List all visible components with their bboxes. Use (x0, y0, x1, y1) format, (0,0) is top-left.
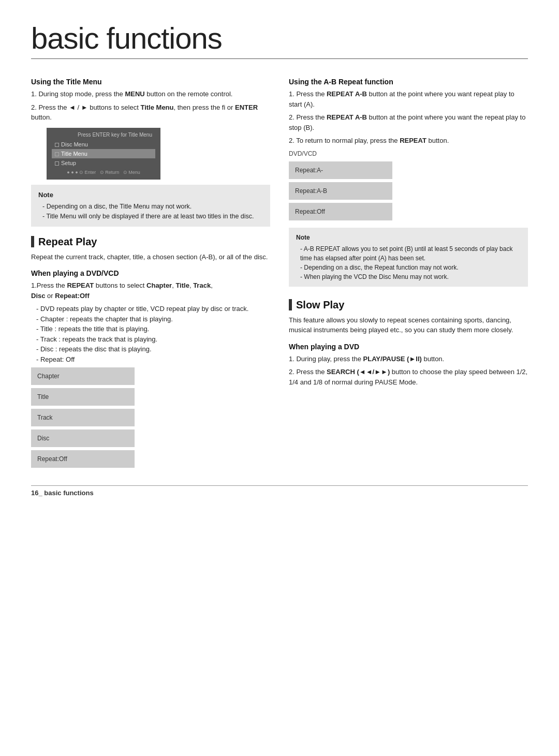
right-column: Using the A-B Repeat function 1. Press t… (289, 70, 528, 471)
repeat-track: Track (31, 409, 135, 426)
menu-top-label: Press ENTER key for Title Menu (52, 132, 155, 138)
repeat-play-title: Repeat Play (38, 236, 97, 248)
ab-repeat-list: Repeat:A- Repeat:A-B Repeat:Off (289, 161, 528, 220)
title-menu-step1: 1. During stop mode, press the MENU butt… (31, 89, 270, 99)
repeat-menu-list: Chapter Title Track Disc Repeat:Off (31, 367, 270, 468)
repeat-a: Repeat:A- (289, 161, 392, 179)
repeat-title: Title (31, 388, 135, 406)
slow-play-step1: 1. During play, press the PLAY/PAUSE (►I… (289, 354, 528, 364)
bullet-title: Title : repeats the title that is playin… (36, 324, 270, 334)
dvdvcd-label: DVD/VCD (289, 149, 528, 158)
title-menu-section: Using the Title Menu 1. During stop mode… (31, 78, 270, 227)
dvd-vcd-heading: When playing a DVD/VCD (31, 269, 270, 277)
repeat-off-ab: Repeat:Off (289, 203, 392, 220)
slow-play-bar-icon (289, 299, 292, 310)
dvd-menu-image: Press ENTER key for Title Menu Disc Menu… (47, 128, 160, 180)
left-column: Using the Title Menu 1. During stop mode… (31, 70, 270, 471)
ab-note-1: A-B REPEAT allows you to set point (B) u… (300, 244, 521, 263)
page-title: basic functions (31, 21, 528, 59)
ab-repeat-section: Using the A-B Repeat function 1. Press t… (289, 78, 528, 287)
slow-play-description: This feature allows you slowly to repeat… (289, 315, 528, 335)
ab-step3: 2. To return to normal play, press the R… (289, 136, 528, 146)
bullet-dvd-vcd: DVD repeats play by chapter or title, VC… (36, 304, 270, 314)
title-menu-heading: Using the Title Menu (31, 78, 270, 86)
ab-step1: 1. Press the REPEAT A-B button at the po… (289, 89, 528, 109)
menu-setup: Setup (52, 158, 155, 168)
note-list: Depending on a disc, the Title Menu may … (38, 202, 263, 221)
setup-icon (55, 161, 59, 166)
note-item-2: Title Menu will only be displayed if the… (42, 212, 263, 221)
title-icon (55, 152, 59, 156)
section-bar-icon (31, 236, 34, 247)
repeat-disc: Disc (31, 429, 135, 447)
dvd-vcd-section: When playing a DVD/VCD 1.Press the REPEA… (31, 269, 270, 468)
note-title: Note (38, 190, 263, 200)
dvd-vcd-bullets: DVD repeats play by chapter or title, VC… (31, 304, 270, 364)
ab-note-list: A-B REPEAT allows you to set point (B) u… (296, 244, 521, 281)
repeat-chapter: Chapter (31, 367, 135, 385)
slow-play-section: Slow Play This feature allows you slowly… (289, 299, 528, 388)
disc-icon (55, 143, 59, 147)
ab-step2: 2. Press the REPEAT A-B button at the po… (289, 112, 528, 132)
dvd-vcd-step1: 1.Press the REPEAT buttons to select Cha… (31, 280, 270, 301)
menu-title: Title Menu (52, 149, 155, 158)
repeat-ab: Repeat:A-B (289, 182, 392, 200)
slow-play-dvd: When playing a DVD 1. During play, press… (289, 343, 528, 388)
menu-disc: Disc Menu (52, 140, 155, 149)
slow-play-dvd-heading: When playing a DVD (289, 343, 528, 351)
note-item-1: Depending on a disc, the Title Menu may … (42, 202, 263, 212)
ab-note-2: Depending on a disc, the Repeat function… (300, 263, 521, 272)
bullet-disc: Disc : repeats the disc that is playing. (36, 344, 270, 354)
slow-play-step2: 2. Press the SEARCH (◄◄/►►) button to ch… (289, 367, 528, 387)
slow-play-section-heading: Slow Play (289, 299, 528, 311)
ab-note-3: When playing the VCD the Disc Menu may n… (300, 272, 521, 281)
page-footer: 16_ basic functions (31, 485, 528, 497)
title-menu-note: Note Depending on a disc, the Title Menu… (31, 185, 270, 227)
ab-repeat-heading: Using the A-B Repeat function (289, 78, 528, 86)
ab-note-title: Note (296, 233, 521, 242)
repeat-play-description: Repeat the current track, chapter, title… (31, 252, 270, 262)
slow-play-title: Slow Play (296, 299, 344, 311)
repeat-play-section-heading: Repeat Play (31, 236, 270, 248)
ab-repeat-note: Note A-B REPEAT allows you to set point … (289, 228, 528, 287)
bullet-repeat-off: Repeat: Off (36, 354, 270, 365)
bullet-chapter: Chapter : repeats the chapter that is pl… (36, 314, 270, 324)
menu-bottom-bar: ● ● ● ⊙ Enter ⊙ Return ⊙ Menu (52, 170, 155, 175)
title-menu-step2: 2. Press the ◄ / ► buttons to select Tit… (31, 102, 270, 123)
bullet-track: Track : repeats the track that is playin… (36, 334, 270, 345)
repeat-off: Repeat:Off (31, 450, 135, 468)
